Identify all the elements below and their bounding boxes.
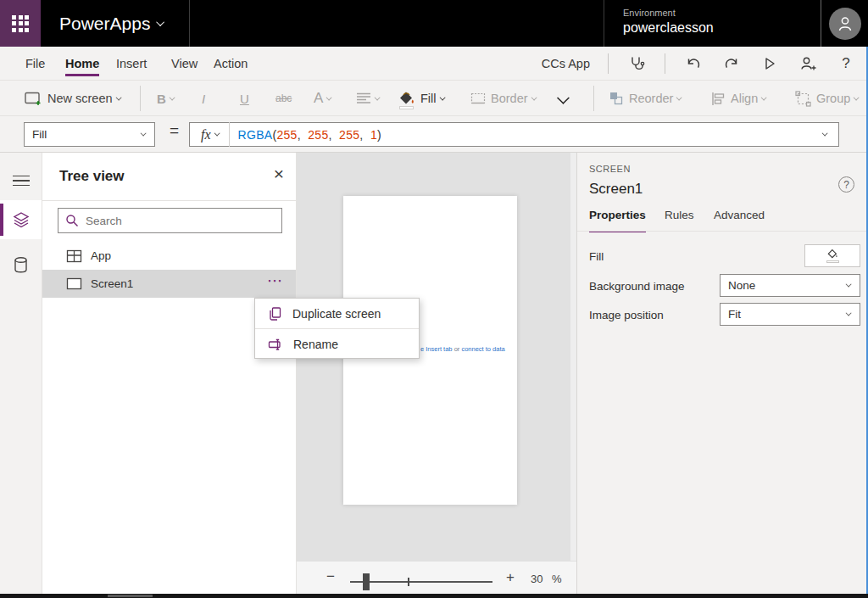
strikethrough-button[interactable]: abc [275, 81, 292, 116]
canvas-scrollbar[interactable] [570, 153, 576, 561]
account-button[interactable] [821, 0, 868, 47]
tree-item-app[interactable]: App [42, 242, 296, 270]
search-input[interactable] [86, 215, 255, 227]
fill-current-color-swatch [826, 260, 839, 263]
duplicate-icon [268, 306, 282, 321]
database-icon [13, 256, 29, 275]
chevron-down-icon [115, 94, 121, 100]
align-objects-icon [710, 92, 726, 106]
fill-button[interactable]: Fill [398, 81, 446, 116]
menu-action[interactable]: Action [214, 47, 248, 81]
zoom-in-button[interactable]: + [506, 569, 515, 586]
row-options-button[interactable]: ⋯ [267, 271, 283, 290]
divider [608, 53, 609, 74]
ribbon-toolbar: New screen B I U abc A Fill [0, 81, 868, 116]
menu-file[interactable]: File [25, 47, 45, 81]
tree-view-panel: Tree view × App Screen1 ⋯ [42, 153, 297, 594]
stethoscope-icon [628, 55, 645, 72]
undo-button[interactable] [683, 53, 704, 74]
font-color-button[interactable]: A [314, 81, 332, 116]
menu-bar: File Home Insert View Action CCs App [0, 47, 868, 81]
zoom-slider-track[interactable] [350, 581, 492, 583]
tree-view-header: Tree view × [42, 153, 296, 201]
context-menu-rename[interactable]: Rename [255, 329, 419, 359]
formula-expand-chevron[interactable] [822, 131, 828, 137]
screen-icon [66, 277, 82, 290]
waffle-menu-button[interactable] [0, 0, 41, 47]
insert-tab-link[interactable]: Insert tab [426, 345, 452, 353]
canvas-hint-text: e Insert tab or connect to data [420, 345, 505, 353]
properties-panel: SCREEN Screen1 ? Properties Rules Advanc… [576, 153, 866, 594]
fill-property-label: Fill [589, 250, 604, 263]
underline-button[interactable]: U [240, 81, 249, 116]
fill-color-picker-button[interactable] [804, 244, 860, 267]
fill-bucket-icon [398, 90, 415, 107]
chevron-down-icon [854, 94, 860, 100]
property-selector[interactable]: Fill [24, 122, 155, 147]
tree-search-box[interactable] [58, 208, 282, 233]
align-button[interactable]: Align [710, 81, 767, 116]
divider [593, 86, 594, 111]
zoom-bar: − + 30 % [297, 561, 576, 594]
selected-type-label: SCREEN [589, 164, 631, 174]
zoom-out-button[interactable]: − [326, 568, 335, 585]
ribbon-expand-button[interactable] [561, 81, 567, 116]
window-border-bottom [0, 594, 868, 598]
brand-menu[interactable]: PowerApps [59, 0, 164, 47]
italic-button[interactable]: I [202, 81, 205, 116]
tab-rules[interactable]: Rules [665, 209, 694, 231]
tab-advanced[interactable]: Advanced [714, 209, 765, 231]
divider [229, 122, 230, 147]
new-screen-button[interactable]: New screen [24, 81, 122, 116]
rail-hamburger-button[interactable] [0, 161, 42, 200]
close-icon[interactable]: × [274, 165, 284, 182]
zoom-slider-thumb[interactable] [363, 573, 370, 590]
environment-picker[interactable]: Environment powerclaesson [604, 0, 821, 47]
app-checker-button[interactable] [626, 53, 647, 74]
menu-insert[interactable]: Insert [116, 47, 147, 81]
play-preview-button[interactable] [760, 53, 780, 74]
app-header: PowerApps Environment powerclaesson [0, 0, 868, 47]
border-button[interactable]: Border [470, 81, 537, 116]
redo-button[interactable] [721, 53, 742, 74]
screen-context-menu: Duplicate screen Rename [254, 298, 420, 359]
reorder-icon [609, 91, 624, 106]
environment-name: powerclaesson [623, 20, 821, 36]
reorder-button[interactable]: Reorder [609, 81, 682, 116]
chevron-down-icon [141, 131, 147, 137]
image-position-select[interactable]: Fit [720, 303, 860, 326]
context-menu-duplicate-screen[interactable]: Duplicate screen [255, 299, 419, 328]
tree-item-screen1[interactable]: Screen1 ⋯ [42, 270, 296, 298]
text-align-button[interactable] [356, 81, 381, 116]
connect-to-data-link[interactable]: connect to data [461, 345, 504, 353]
share-button[interactable] [798, 53, 818, 74]
chevron-down-icon [846, 310, 852, 316]
group-icon [795, 91, 811, 107]
zoom-slider-tick [408, 578, 409, 586]
menu-view[interactable]: View [171, 47, 198, 81]
menu-home[interactable]: Home [65, 47, 99, 81]
rail-data-sources-button[interactable] [0, 246, 42, 285]
rail-tree-view-button[interactable] [0, 200, 42, 239]
equals-sign: = [170, 121, 179, 140]
chevron-down-icon [761, 94, 767, 100]
fx-icon: fx [201, 127, 211, 143]
chevron-down-icon [214, 131, 220, 137]
chevron-down-icon [676, 94, 682, 100]
person-add-icon [799, 55, 817, 72]
bold-button[interactable]: B [157, 81, 175, 116]
tab-properties[interactable]: Properties [589, 209, 646, 231]
horizontal-scrollbar-thumb[interactable] [108, 595, 153, 597]
panel-help-button[interactable]: ? [838, 176, 854, 193]
formula-input[interactable]: fx RGBA(255, 255, 255, 1) [189, 122, 839, 147]
fill-color-swatch [399, 106, 414, 109]
chevron-down-icon [157, 18, 165, 26]
group-button[interactable]: Group [795, 81, 860, 116]
chevron-down-icon [169, 94, 175, 100]
person-icon [836, 14, 854, 33]
background-image-select[interactable]: None [720, 274, 860, 297]
zoom-percent-unit: % [552, 573, 562, 585]
waffle-icon [12, 15, 29, 32]
help-button[interactable]: ? [836, 53, 856, 74]
tree-view-title: Tree view [59, 168, 125, 185]
